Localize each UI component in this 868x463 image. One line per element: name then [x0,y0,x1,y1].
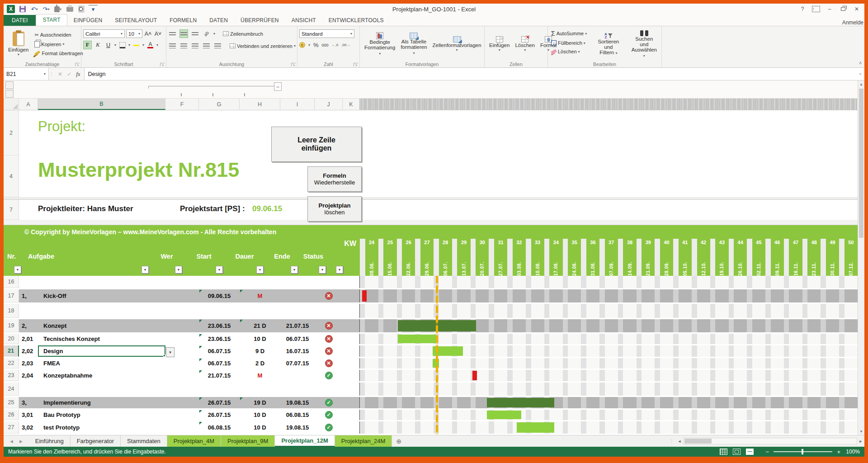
align-bottom-button[interactable] [191,29,199,38]
help-button[interactable]: ? [797,5,808,14]
dialog-launcher-icon[interactable]: ↘ [354,63,358,66]
cut-button[interactable]: ✂Ausschneiden [33,31,84,39]
comma-style-button[interactable]: 000 [322,43,329,47]
zoom-slider-thumb[interactable] [802,449,803,454]
align-center-button[interactable] [179,42,188,50]
merge-center-button[interactable]: Verbinden und zentrieren▾ [228,43,297,50]
row-header-21[interactable]: 21 [4,345,19,357]
align-left-button[interactable] [168,42,177,50]
row-header-4[interactable]: 4 [4,156,19,197]
column-header-B[interactable]: B [38,99,165,110]
page-layout-view-icon[interactable] [733,449,741,455]
customize-qat-icon[interactable]: ▾ [89,5,98,13]
undo-icon[interactable]: ↶▾ [30,5,39,13]
row-header-18[interactable]: 18 [4,304,19,318]
sort-filter-button[interactable]: AZ Sortieren und Filtern ▾ [592,28,625,60]
collapse-ribbon-icon[interactable]: ˄ [859,61,862,66]
column-header-K[interactable]: K [343,99,360,110]
bold-button[interactable]: F [83,41,92,49]
column-header-G[interactable]: G [199,99,240,110]
zoom-level[interactable]: 100% [846,449,864,455]
expand-formula-bar-icon[interactable]: ˅ [856,68,864,80]
filter-dropdown-icon-I[interactable]: ▼ [291,266,298,274]
selected-cell[interactable]: Design▼ [38,345,165,357]
format-as-table-button[interactable]: Als Tabelle formatieren ▾ [398,28,429,60]
ribbon-display-options-button[interactable]: ↑ [810,5,822,14]
row-header-27[interactable]: 27 [4,421,19,434]
font-name-combo[interactable]: Calibri▾ [83,29,125,38]
touch-mode-icon[interactable]: ▾ [53,5,62,13]
new-sheet-button[interactable]: ⊕ [392,435,406,447]
sheet-tab-projektplan_9m[interactable]: Projektplan_9M [221,435,275,447]
ribbon-tab-datei[interactable]: DATEI [4,15,36,26]
row-header-20[interactable]: 20 [4,334,19,344]
row-header-25[interactable]: 25 [4,397,19,408]
row-header-24[interactable]: 24 [4,383,19,396]
wrap-text-button[interactable]: Zeilenumbruch [222,30,264,38]
decrease-indent-button[interactable] [202,42,211,50]
column-header-J[interactable]: J [315,99,343,110]
scroll-right-icon[interactable]: ► [857,438,864,445]
formula-input[interactable]: Design [85,68,856,80]
cell-styles-button[interactable]: Zellenformatvorlagen ▾ [430,28,484,60]
row-header-19[interactable]: 19 [4,319,19,332]
delete-project-plan-button[interactable]: Projektplan löschen [307,196,362,222]
insert-function-icon[interactable]: fx [76,71,80,78]
copy-button[interactable]: Kopieren▾ [33,40,84,48]
row-header-16[interactable]: 16 [4,276,19,288]
cancel-entry-icon[interactable]: ✕ [58,71,62,77]
number-format-combo[interactable]: Standard▾ [299,29,354,38]
print-preview-icon[interactable] [77,5,86,13]
grow-font-button[interactable]: A˄ [144,29,152,38]
tab-splitter[interactable]: ⋮ [668,439,676,444]
name-box[interactable]: B21▾ [4,68,49,80]
increase-indent-button[interactable] [213,42,222,50]
vertical-scroll-thumb[interactable] [859,89,863,238]
orientation-button[interactable]: ab [202,29,211,38]
row-header-17[interactable]: 17 [4,289,19,302]
column-header-A[interactable]: A [19,99,38,110]
filter-dropdown-icon-G[interactable]: ▼ [216,266,223,274]
dialog-launcher-icon[interactable]: ↘ [75,63,80,66]
dialog-launcher-icon[interactable]: ↘ [291,63,296,66]
format-painter-button[interactable]: Format übertragen [33,50,84,57]
zoom-out-icon[interactable]: − [764,449,770,455]
horizontal-scroll-thumb[interactable] [684,439,712,444]
filter-dropdown-icon-B[interactable]: ▼ [142,266,149,274]
font-size-combo[interactable]: 10▾ [126,29,142,38]
normal-view-icon[interactable] [720,449,727,455]
delete-cells-button[interactable]: ✕ Löschen ▾ [512,28,537,60]
sheet-tab-projektplan_4m[interactable]: Projektplan_4M [167,435,221,447]
restore-button[interactable] [837,5,849,14]
row-header-7[interactable]: 7 [4,200,19,220]
excel-logo-icon[interactable]: X [6,5,15,13]
autosum-button[interactable]: ΣAutoSumme▾ [550,29,588,38]
clear-button[interactable]: Löschen▾ [550,48,588,55]
sign-in-label[interactable]: Anmelde [842,19,864,26]
align-middle-button[interactable] [179,29,188,38]
scroll-down-icon[interactable]: ▼ [858,428,864,435]
sheet-tab-projektplan_24m[interactable]: Projektplan_24M [335,435,392,447]
print-icon[interactable] [65,5,74,13]
restore-formulas-button[interactable]: Formeln Wiederherstelle [307,166,362,192]
filter-dropdown-icon-F[interactable]: ▼ [175,266,182,274]
filter-dropdown-icon-A[interactable]: ▼ [14,266,21,274]
italic-button[interactable]: K [94,41,102,49]
borders-button[interactable] [118,41,127,49]
decrease-decimal-button[interactable]: ,00→ [341,43,350,47]
ribbon-tab-seitenlayout[interactable]: SEITENLAYOUT [108,15,163,26]
increase-decimal-button[interactable]: ←,0 [332,43,339,47]
zoom-in-icon[interactable]: + [836,449,841,455]
select-all-corner[interactable] [4,99,19,110]
outline-level-1-button[interactable] [5,81,14,89]
zoom-slider[interactable] [774,451,832,452]
vertical-scrollbar[interactable]: ▲ ▼ [858,80,864,435]
column-header-F[interactable]: F [165,99,199,110]
ribbon-tab-entwicklertools[interactable]: ENTWICKLERTOOLS [322,15,390,26]
ribbon-tab-formeln[interactable]: FORMELN [163,15,203,26]
minimize-button[interactable]: – [824,5,835,14]
accounting-format-icon[interactable]: € [299,42,305,48]
font-color-button[interactable]: A [146,41,155,49]
horizontal-scroll-track[interactable] [683,438,857,444]
insert-cells-button[interactable]: ← Einfügen ▾ [486,28,512,60]
